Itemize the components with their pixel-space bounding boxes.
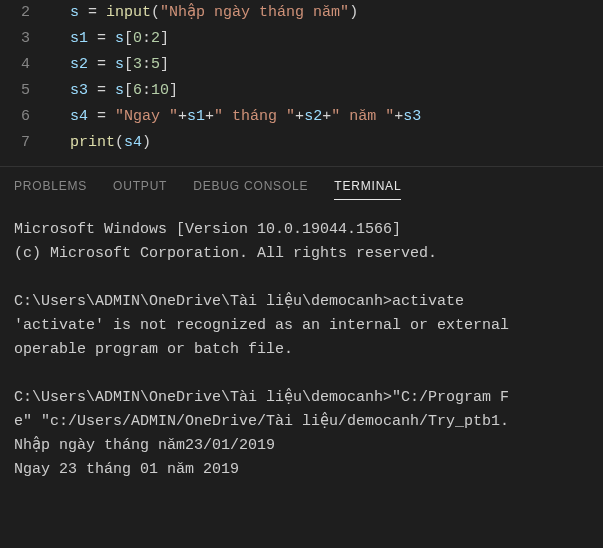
code-content[interactable]: s2 = s[3:5] [50, 52, 603, 78]
line-number: 2 [0, 0, 50, 26]
tab-problems[interactable]: PROBLEMS [14, 179, 87, 200]
line-number: 6 [0, 104, 50, 130]
line-number: 5 [0, 78, 50, 104]
terminal-output[interactable]: Microsoft Windows [Version 10.0.19044.15… [0, 208, 603, 482]
code-content[interactable]: s4 = "Ngay "+s1+" tháng "+s2+" năm "+s3 [50, 104, 603, 130]
line-number: 3 [0, 26, 50, 52]
tab-terminal[interactable]: TERMINAL [334, 179, 401, 200]
code-line[interactable]: 3s1 = s[0:2] [0, 26, 603, 52]
terminal-line: (c) Microsoft Corporation. All rights re… [14, 242, 589, 266]
code-line[interactable]: 2s = input("Nhập ngày tháng năm") [0, 0, 603, 26]
code-line[interactable]: 4s2 = s[3:5] [0, 52, 603, 78]
terminal-line: Nhập ngày tháng năm23/01/2019 [14, 434, 589, 458]
terminal-line [14, 266, 589, 290]
panel-tabs: PROBLEMS OUTPUT DEBUG CONSOLE TERMINAL [0, 167, 603, 208]
terminal-line: 'activate' is not recognized as an inter… [14, 314, 589, 338]
tab-debug-console[interactable]: DEBUG CONSOLE [193, 179, 308, 200]
code-line[interactable]: 7print(s4) [0, 130, 603, 156]
terminal-line [14, 362, 589, 386]
code-content[interactable]: s1 = s[0:2] [50, 26, 603, 52]
line-number: 4 [0, 52, 50, 78]
bottom-panel: PROBLEMS OUTPUT DEBUG CONSOLE TERMINAL M… [0, 166, 603, 482]
line-number: 7 [0, 130, 50, 156]
terminal-line: C:\Users\ADMIN\OneDrive\Tài liệu\democan… [14, 290, 589, 314]
terminal-line: C:\Users\ADMIN\OneDrive\Tài liệu\democan… [14, 386, 589, 410]
terminal-line: operable program or batch file. [14, 338, 589, 362]
code-content[interactable]: s = input("Nhập ngày tháng năm") [50, 0, 603, 26]
terminal-line: e" "c:/Users/ADMIN/OneDrive/Tài liệu/dem… [14, 410, 589, 434]
code-content[interactable]: print(s4) [50, 130, 603, 156]
tab-output[interactable]: OUTPUT [113, 179, 167, 200]
code-content[interactable]: s3 = s[6:10] [50, 78, 603, 104]
code-line[interactable]: 6s4 = "Ngay "+s1+" tháng "+s2+" năm "+s3 [0, 104, 603, 130]
code-editor[interactable]: 2s = input("Nhập ngày tháng năm")3s1 = s… [0, 0, 603, 166]
code-line[interactable]: 5s3 = s[6:10] [0, 78, 603, 104]
terminal-line: Ngay 23 tháng 01 năm 2019 [14, 458, 589, 482]
terminal-line: Microsoft Windows [Version 10.0.19044.15… [14, 218, 589, 242]
